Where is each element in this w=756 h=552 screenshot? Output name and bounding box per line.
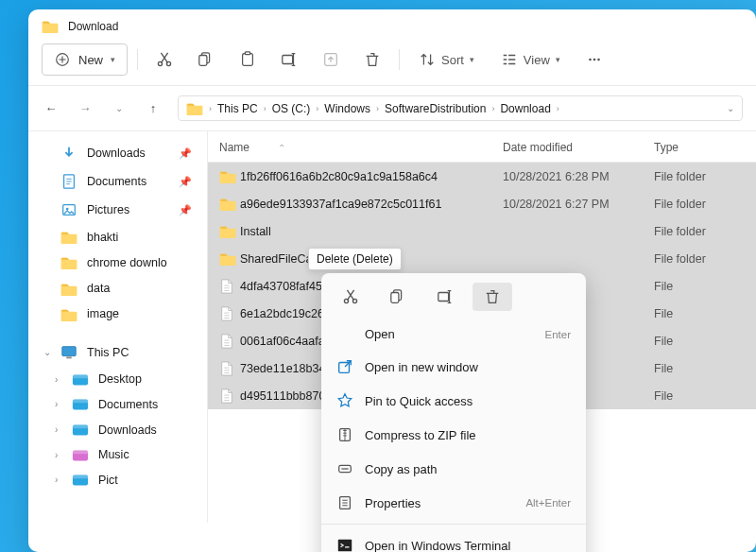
breadcrumb-seg[interactable]: OS (C:) bbox=[272, 102, 311, 115]
path-icon bbox=[336, 460, 353, 477]
up-button[interactable]: ↑ bbox=[144, 101, 163, 115]
cm-open-terminal[interactable]: Open in Windows Terminal bbox=[321, 528, 586, 552]
context-label: Compress to ZIP file bbox=[365, 428, 476, 442]
share-icon bbox=[322, 51, 339, 68]
newwin-icon bbox=[336, 358, 353, 375]
sidebar-label: Documents bbox=[87, 175, 146, 188]
svg-rect-31 bbox=[73, 450, 88, 454]
sidebar-label: Desktop bbox=[98, 372, 142, 386]
sidebar-item[interactable]: Documents📌 bbox=[34, 167, 201, 196]
sidebar-label: Downloads bbox=[98, 423, 157, 437]
context-label: Copy as path bbox=[365, 462, 438, 476]
chevron-right-icon[interactable]: › bbox=[55, 374, 62, 385]
file-icon bbox=[219, 305, 240, 322]
chevron-right-icon[interactable]: › bbox=[491, 104, 494, 113]
chevron-right-icon[interactable]: › bbox=[55, 399, 62, 409]
delete-button[interactable] bbox=[355, 43, 389, 76]
pin-icon: 📌 bbox=[179, 204, 192, 216]
context-item[interactable]: PropertiesAlt+Enter bbox=[321, 486, 586, 520]
file-row[interactable]: SharedFileCacheFile folder bbox=[208, 245, 756, 272]
sort-caret-icon: ⌃ bbox=[278, 143, 285, 153]
copy-button[interactable] bbox=[189, 43, 223, 76]
trash-icon bbox=[484, 288, 501, 305]
breadcrumb-seg[interactable]: This PC bbox=[217, 102, 258, 115]
chevron-down-icon: ▾ bbox=[556, 55, 560, 64]
breadcrumb-seg[interactable]: Windows bbox=[324, 102, 370, 115]
sidebar-item[interactable]: bhakti bbox=[34, 224, 201, 250]
sidebar-item[interactable]: chrome downlo bbox=[34, 250, 201, 275]
col-date[interactable]: Date modified bbox=[503, 141, 654, 154]
context-item[interactable]: Pin to Quick access bbox=[321, 384, 586, 418]
chevron-down-icon[interactable]: ⌄ bbox=[110, 103, 129, 113]
sidebar-pc-item[interactable]: ›Downloads bbox=[34, 417, 201, 442]
cm-copy-button[interactable] bbox=[378, 283, 418, 311]
sidebar-item[interactable]: Downloads📌 bbox=[34, 139, 201, 167]
drive-icon bbox=[72, 474, 89, 488]
view-icon bbox=[501, 51, 518, 68]
context-label: Pin to Quick access bbox=[365, 394, 472, 408]
sidebar-pc-item[interactable]: ›Music bbox=[34, 442, 201, 468]
new-button[interactable]: New ▾ bbox=[42, 43, 128, 76]
context-item[interactable]: Open in new window bbox=[321, 350, 586, 384]
titlebar: Download bbox=[28, 9, 756, 39]
chevron-right-icon[interactable]: › bbox=[376, 104, 379, 113]
context-menu: OpenEnterOpen in new windowPin to Quick … bbox=[321, 273, 586, 552]
chevron-right-icon[interactable]: › bbox=[264, 104, 266, 113]
file-row[interactable]: 1fb26ff0616a6b2c80c9a1c9a158a6c410/28/20… bbox=[208, 163, 756, 190]
sidebar-pc-item[interactable]: ›Documents bbox=[34, 392, 201, 418]
cm-rename-button[interactable] bbox=[425, 283, 465, 311]
chevron-right-icon[interactable]: › bbox=[55, 450, 62, 460]
sidebar-pc-item[interactable]: ›Desktop bbox=[34, 367, 201, 392]
col-type[interactable]: Type bbox=[654, 141, 745, 154]
pin-icon: 📌 bbox=[179, 176, 192, 188]
cut-button[interactable] bbox=[147, 43, 181, 76]
sidebar-item[interactable]: image bbox=[34, 302, 201, 327]
chevron-right-icon[interactable]: › bbox=[55, 474, 62, 485]
breadcrumb[interactable]: › This PC› OS (C:)› Windows› SoftwareDis… bbox=[178, 95, 743, 121]
sidebar-label: data bbox=[87, 282, 110, 295]
col-name[interactable]: Name⌃ bbox=[219, 141, 503, 154]
sidebar-this-pc[interactable]: ⌄ This PC bbox=[34, 338, 201, 367]
breadcrumb-seg[interactable]: Download bbox=[500, 102, 550, 115]
file-row[interactable]: a96ede9133937af1ca9e872c5c011f6110/28/20… bbox=[208, 190, 756, 217]
chevron-right-icon[interactable]: › bbox=[209, 104, 212, 113]
view-button[interactable]: View ▾ bbox=[491, 43, 570, 76]
sidebar-item[interactable]: data bbox=[34, 275, 201, 301]
more-button[interactable] bbox=[577, 43, 611, 76]
sidebar-pc-item[interactable]: ›Pict bbox=[34, 468, 201, 493]
cm-cut-button[interactable] bbox=[331, 283, 370, 311]
pictures-icon bbox=[60, 201, 77, 218]
chevron-right-icon[interactable]: › bbox=[557, 104, 559, 113]
drive-icon bbox=[72, 423, 89, 437]
sidebar-item[interactable]: Pictures📌 bbox=[34, 196, 201, 224]
folder-icon bbox=[60, 281, 77, 295]
divider bbox=[137, 49, 138, 70]
back-button[interactable]: ← bbox=[42, 101, 60, 115]
context-item[interactable]: OpenEnter bbox=[321, 319, 586, 350]
chevron-right-icon[interactable]: › bbox=[316, 104, 318, 113]
chevron-down-icon[interactable]: ⌄ bbox=[43, 347, 51, 357]
sort-button[interactable]: Sort ▾ bbox=[409, 43, 484, 76]
svg-rect-29 bbox=[73, 425, 88, 429]
chevron-right-icon[interactable]: › bbox=[55, 424, 62, 435]
file-type: File bbox=[654, 335, 745, 348]
file-row[interactable]: InstallFile folder bbox=[208, 217, 756, 245]
rename-button[interactable] bbox=[272, 43, 306, 76]
sidebar-label: Documents bbox=[98, 398, 158, 411]
context-item[interactable]: Copy as path bbox=[321, 452, 586, 486]
file-type: File bbox=[654, 307, 745, 320]
zip-icon bbox=[336, 426, 353, 443]
drive-icon bbox=[72, 372, 89, 387]
forward-button[interactable]: → bbox=[76, 101, 94, 115]
file-name: 1fb26ff0616a6b2c80c9a1c9a158a6c4 bbox=[240, 170, 503, 183]
file-type: File bbox=[654, 280, 745, 293]
file-type: File folder bbox=[654, 225, 745, 238]
share-button[interactable] bbox=[314, 43, 348, 76]
paste-button[interactable] bbox=[231, 43, 265, 76]
breadcrumb-dropdown[interactable]: ⌄ bbox=[727, 103, 734, 113]
context-item[interactable]: Compress to ZIP file bbox=[321, 418, 586, 452]
breadcrumb-seg[interactable]: SoftwareDistribution bbox=[385, 102, 486, 115]
context-shortcut: Alt+Enter bbox=[525, 497, 571, 509]
cm-delete-button[interactable] bbox=[472, 283, 512, 311]
folder-icon bbox=[219, 251, 240, 266]
